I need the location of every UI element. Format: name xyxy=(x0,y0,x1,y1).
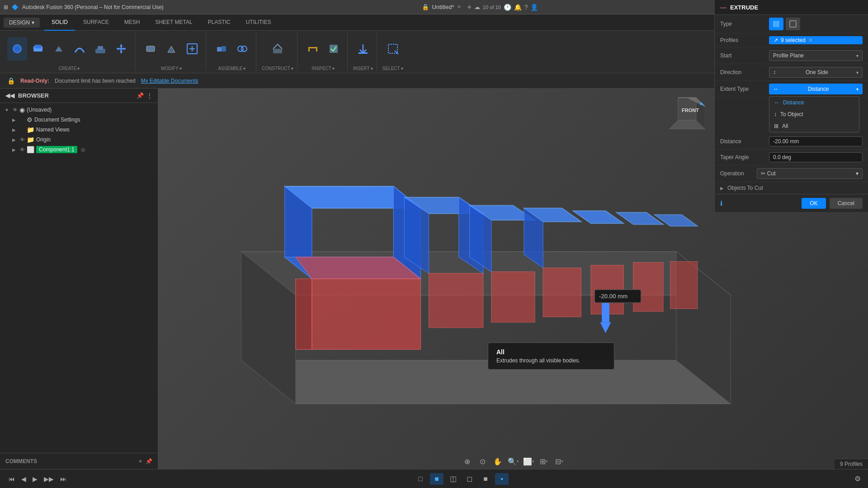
construct-group-label[interactable]: CONSTRUCT ▾ xyxy=(262,66,293,71)
timeline-btn-empty[interactable]: ◻ xyxy=(462,473,476,485)
insert-btn1[interactable] xyxy=(353,37,373,61)
profiles-status: 9 Profiles xyxy=(835,459,868,469)
browser-options-icon[interactable]: ⋮ xyxy=(146,92,152,99)
tree-item-doc-settings[interactable]: ▶ 👁 ⚙ Document Settings xyxy=(0,115,158,125)
doc-title[interactable]: Untitled* xyxy=(432,4,454,10)
inspect-btn2[interactable] xyxy=(324,37,344,61)
extent-option-distance[interactable]: ↔ Distance xyxy=(769,97,859,108)
svg-marker-44 xyxy=(633,263,663,311)
type-surface-btn[interactable] xyxy=(786,18,800,30)
viewport-tool-orbit[interactable]: ⊙ xyxy=(476,455,489,467)
create-sweep-btn[interactable] xyxy=(70,37,90,61)
tree-item-root[interactable]: ▼ 👁 ◉ (Unsaved) xyxy=(0,105,158,115)
settings-icon[interactable]: ⚙ xyxy=(854,474,861,483)
modify-btn2[interactable] xyxy=(161,37,181,61)
browser-title: BROWSER xyxy=(18,92,49,99)
start-dropdown[interactable]: Profile Plane ▾ xyxy=(769,50,863,61)
svg-marker-38 xyxy=(296,279,312,349)
playback-next[interactable]: ▶▶ xyxy=(42,474,55,484)
tree-item-named-views[interactable]: ▶ 👁 📁 Named Views xyxy=(0,125,158,135)
assemble-btn2[interactable] xyxy=(232,37,252,61)
timeline-btn-solid[interactable]: ■ xyxy=(430,473,443,485)
profiles-badge[interactable]: ↗ 9 selected ✕ xyxy=(769,36,863,44)
bell-icon[interactable]: 🔔 xyxy=(514,4,522,11)
svg-rect-9 xyxy=(222,46,226,52)
playback-skip-start[interactable]: ⏮ xyxy=(7,474,16,484)
viewport-tool-pan[interactable]: ✋ xyxy=(491,455,505,467)
viewport-tool-more[interactable]: ⊟▾ xyxy=(552,455,566,467)
tab-plastic[interactable]: PLASTIC xyxy=(201,14,238,31)
tab-utilities[interactable]: UTILITIES xyxy=(239,14,278,31)
browser-collapse-icon[interactable]: ◀◀ xyxy=(5,92,14,99)
operation-dropdown[interactable]: ✂ Cut ▾ xyxy=(757,168,863,179)
comments-add-icon[interactable]: + xyxy=(139,458,142,465)
visibility-icon-root[interactable]: 👁 xyxy=(13,107,18,113)
modify-group-label[interactable]: MODIFY ▾ xyxy=(161,66,182,71)
design-dropdown-button[interactable]: DESIGN ▾ xyxy=(4,18,40,28)
insert-group-label[interactable]: INSERT ▾ xyxy=(353,66,373,71)
modify-btn3[interactable] xyxy=(182,37,202,61)
select-group-label[interactable]: SELECT ▾ xyxy=(382,66,403,71)
my-editable-docs-link[interactable]: My Editable Documents xyxy=(141,78,198,84)
close-tab-icon[interactable]: ✕ xyxy=(457,4,461,10)
extent-type-dropdown-list: ↔ Distance ↕ To Object ⊞ All xyxy=(769,96,859,132)
direction-dropdown[interactable]: ↕ One Side ▾ xyxy=(769,67,863,78)
playback-play[interactable]: ▶ xyxy=(31,474,39,484)
browser-tree: ▼ 👁 ◉ (Unsaved) ▶ 👁 ⚙ Document Settings … xyxy=(0,103,158,469)
tab-mesh[interactable]: MESH xyxy=(117,14,147,31)
extent-option-all[interactable]: ⊞ All xyxy=(769,120,859,132)
comments-pin-icon[interactable]: 📌 xyxy=(146,458,152,465)
select-btn1[interactable] xyxy=(383,37,403,61)
create-loft-btn[interactable] xyxy=(90,37,110,61)
visibility-icon-origin[interactable]: 👁 xyxy=(20,137,25,142)
viewport-tool-grid[interactable]: ⊞▾ xyxy=(537,455,551,467)
create-move-btn[interactable] xyxy=(111,37,131,61)
tab-solid[interactable]: SOLID xyxy=(44,14,75,31)
playback-skip-end[interactable]: ⏭ xyxy=(59,474,68,484)
create-new-component-btn[interactable] xyxy=(7,37,27,61)
viewport-tool-zoom[interactable]: 🔍▾ xyxy=(506,455,520,467)
taper-input[interactable] xyxy=(769,152,863,162)
construct-btn1[interactable] xyxy=(268,37,288,61)
nav-cube[interactable]: FRONT xyxy=(669,93,705,129)
extent-type-dropdown[interactable]: ↔ Distance ▾ xyxy=(769,84,863,94)
extent-option-to-object[interactable]: ↕ To Object xyxy=(769,108,859,120)
timeline-btn-box[interactable]: □ xyxy=(414,473,427,485)
user-icon[interactable]: 👤 xyxy=(530,4,538,11)
timeline-btn-active[interactable]: ▪ xyxy=(495,473,509,485)
ok-button[interactable]: OK xyxy=(802,198,826,209)
assemble-group-label[interactable]: ASSEMBLE ▾ xyxy=(218,66,246,71)
assemble-btn1[interactable] xyxy=(212,37,231,61)
cancel-button[interactable]: Cancel xyxy=(830,198,863,209)
objects-to-cut-row[interactable]: ▶ Objects To Cut xyxy=(715,182,868,194)
clock-icon: 🕐 xyxy=(504,4,511,11)
viewport-tool-display[interactable]: ⬜▾ xyxy=(522,455,535,467)
distance-input[interactable] xyxy=(769,136,863,146)
objects-label: Objects To Cut xyxy=(727,185,763,191)
inspect-group-label[interactable]: INSPECT ▾ xyxy=(312,66,335,71)
new-tab-icon[interactable]: + xyxy=(467,3,472,11)
component-activate-icon[interactable]: ◎ xyxy=(81,147,85,153)
timeline-btn-split[interactable]: ◫ xyxy=(446,473,460,485)
help-icon[interactable]: ? xyxy=(524,4,528,11)
modify-btn1[interactable] xyxy=(141,37,160,61)
playback-prev[interactable]: ◀ xyxy=(20,474,28,484)
inspect-btn1[interactable] xyxy=(303,37,323,61)
type-solid-btn[interactable] xyxy=(769,18,783,30)
info-icon[interactable]: ℹ xyxy=(720,200,722,207)
timeline-btn-filled[interactable]: ■ xyxy=(479,473,492,485)
tree-item-component1[interactable]: ▶ 👁 ⬜ Component1:1 ◎ xyxy=(0,145,158,155)
app-grid-icon[interactable]: ⊞ xyxy=(4,4,8,10)
tab-sheet-metal[interactable]: SHEET METAL xyxy=(148,14,199,31)
viewport-tool-cursor[interactable]: ⊕ xyxy=(460,455,474,467)
tab-surface[interactable]: SURFACE xyxy=(76,14,116,31)
tree-item-origin[interactable]: ▶ 👁 📁 Origin xyxy=(0,135,158,145)
visibility-icon-component1[interactable]: 👁 xyxy=(20,147,25,152)
create-revolve-btn[interactable] xyxy=(49,37,69,61)
lock-icon: 🔒 xyxy=(422,4,429,10)
create-group-label[interactable]: CREATE ▾ xyxy=(59,66,80,71)
readonly-label: Read-Only: xyxy=(20,78,49,84)
profiles-clear-btn[interactable]: ✕ xyxy=(808,37,813,43)
create-extrude-btn[interactable] xyxy=(28,37,48,61)
browser-pin-icon[interactable]: 📌 xyxy=(137,92,144,99)
